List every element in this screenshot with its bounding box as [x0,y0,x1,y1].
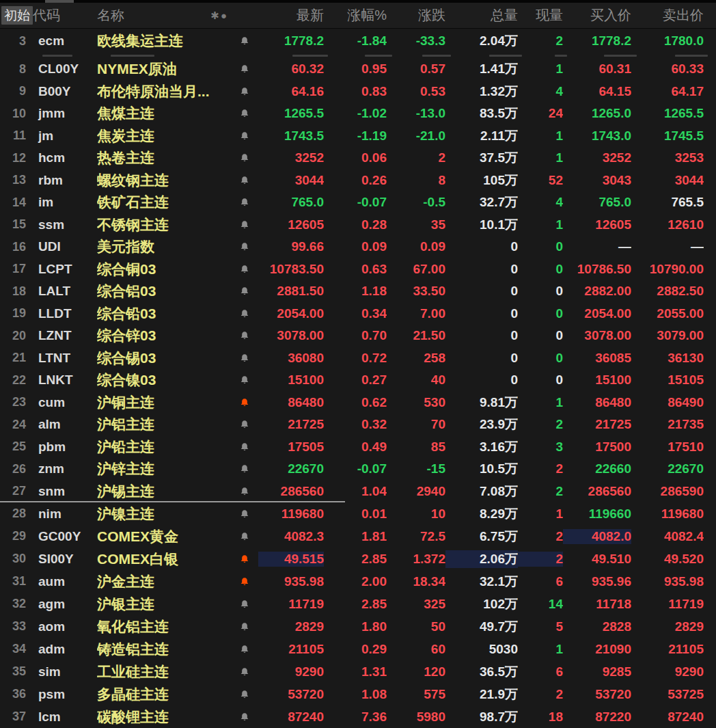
table-row[interactable]: 17LCPT综合铜0310783.500.6367.000010786.5010… [0,258,716,281]
instrument-code: cum [33,395,97,410]
row-number: 30 [0,552,33,566]
bell-icon[interactable] [231,398,258,407]
table-row[interactable]: 9B00Y布伦特原油当月...64.160.830.531.32万464.156… [0,81,716,103]
bell-icon[interactable] [231,265,258,274]
table-row[interactable]: 23cum沪铜主连864800.625309.81万18648086490 [0,392,716,414]
column-header-vol[interactable]: 总量 [445,6,518,25]
instrument-code: adm [33,642,97,657]
bell-icon[interactable] [231,487,258,496]
cell-ask: 119680 [631,507,704,522]
cell-last: 17505 [258,440,324,455]
pane-divider[interactable] [0,501,345,502]
column-header-ask[interactable]: 卖出价 [631,6,704,25]
bell-icon[interactable] [231,109,258,118]
table-row[interactable]: 32agm沪银主连117192.85325102万141171811719 [0,593,716,615]
bell-icon[interactable] [231,509,258,519]
bell-icon[interactable] [231,532,258,541]
table-row[interactable]: 8CL00YNYMEX原油60.320.950.571.41万160.3160.… [0,58,716,81]
table-row[interactable]: 30SI00YCOMEX白银49.5152.851.3722.06万249.51… [0,548,716,570]
table-row[interactable]: 31aum沪金主连935.982.0018.3432.1万6935.96935.… [0,570,716,593]
table-row[interactable]: 33aom氧化铝主连28291.805049.7万528282829 [0,615,716,638]
bell-icon[interactable] [231,375,258,385]
column-header-last[interactable]: 最新 [258,6,324,25]
initial-button[interactable]: 初始 [1,6,33,25]
bell-icon[interactable] [231,176,258,185]
column-header-initial[interactable]: 初始 [0,6,33,25]
table-row[interactable]: 25pbm沪铅主连175050.49853.16万31750017510 [0,436,716,459]
column-header-cur[interactable]: 现量 [518,6,563,25]
bell-icon[interactable] [231,712,258,722]
cell-ask: 3253 [631,150,704,165]
table-row[interactable]: 19LLDT综合铅032054.000.347.00002054.002055.… [0,303,716,325]
bell-icon[interactable] [231,131,258,141]
row-number: 3 [0,34,33,49]
bell-icon[interactable] [231,220,258,230]
cell-ask: 4082.4 [631,529,704,544]
table-row[interactable]: 11jm焦炭主连1743.5-1.19-21.02.11万11743.01745… [0,125,716,148]
table-row[interactable]: 13rbm螺纹钢主连30440.268105万5230433044 [0,170,716,192]
table-row[interactable]: 15ssm不锈钢主连126050.283510.1万11260512610 [0,214,716,237]
bell-icon[interactable] [231,242,258,252]
cell-chg: 18.34 [387,574,445,589]
bell-icon[interactable] [231,36,258,46]
bell-icon[interactable] [231,331,258,340]
bell-icon[interactable] [231,198,258,207]
bell-icon[interactable] [231,645,258,654]
instrument-code: nim [33,507,97,522]
bell-icon[interactable] [231,420,258,429]
cell-pct: 2.00 [324,574,387,589]
column-header-pct[interactable]: 涨幅% [324,6,387,25]
cell-ask: 3044 [631,173,704,188]
table-row[interactable]: 36psm多晶硅主连537201.0857521.9万25372053725 [0,683,716,705]
bell-icon[interactable] [231,64,258,74]
bell-icon[interactable] [231,464,258,474]
table-row[interactable]: 22LNKT综合镍03151000.2740001510015105 [0,369,716,392]
cell-cur: 2 [518,33,563,49]
table-row[interactable]: 37lcm碳酸锂主连872407.36598098.7万188722087240 [0,705,716,728]
instrument-code: jm [33,129,97,144]
bell-icon[interactable] [231,442,258,452]
table-row[interactable]: 35sim工业硅主连92901.3112036.5万692859290 [0,660,716,683]
instrument-code: LTNT [33,351,97,366]
bell-icon[interactable] [231,554,258,564]
table-row[interactable]: 10jmm焦煤主连1265.5-1.02-13.083.5万241265.012… [0,103,716,125]
table-row[interactable]: 21LTNT综合锡03360800.72258003608536130 [0,347,716,370]
table-row[interactable]: 12hcm热卷主连32520.06237.5万132523253 [0,147,716,170]
table-row[interactable]: 34adm铸造铝主连211050.2960503012109021105 [0,638,716,660]
bell-icon[interactable] [231,153,258,163]
table-row[interactable]: 3ecm欧线集运主连1778.2-1.84-33.32.04万21778.217… [0,29,716,53]
table-row[interactable]: 27snm沪锡主连2865601.0429407.08万228656028659… [0,481,716,503]
instrument-code: aom [33,619,97,634]
cell-ask: 1745.5 [631,129,704,144]
bell-icon[interactable] [231,577,258,587]
cell-last: 15100 [258,373,324,388]
cell-bid: 64.15 [563,84,631,99]
bell-icon[interactable] [231,667,258,677]
table-row[interactable]: 14im铁矿石主连765.0-0.07-0.532.7万4765.0765.5 [0,191,716,214]
bell-icon[interactable] [231,87,258,96]
table-row[interactable]: 20LZNT综合锌033078.000.7021.50003078.003079… [0,325,716,347]
column-header-name[interactable]: 名称 ✱● [97,6,231,25]
table-row[interactable]: 28nim沪镍主连1196800.01108.29万1119660119680 [0,502,716,525]
instrument-code: hcm [33,150,97,165]
cell-ask: 12610 [631,217,704,232]
table-row[interactable]: 29GC00YCOMEX黄金4082.31.8172.56.75万24082.0… [0,525,716,548]
bell-icon[interactable] [231,353,258,363]
column-header-chg[interactable]: 涨跌 [387,6,445,25]
cell-ask: 9290 [631,664,704,679]
header-status-icons: ✱● [210,10,228,22]
row-number: 37 [0,710,33,724]
column-header-bid[interactable]: 买入价 [563,6,631,25]
bell-icon[interactable] [231,622,258,632]
table-row[interactable]: 16UDI美元指数99.660.090.0900—— [0,236,716,258]
bell-icon[interactable] [231,599,258,609]
column-header-code[interactable]: 代码 [33,6,97,25]
table-row[interactable]: 24alm沪铝主连217250.327023.9万22172521735 [0,414,716,436]
table-row[interactable]: 26znm沪锌主连22670-0.07-1510.5万22266022670 [0,458,716,481]
bell-icon[interactable] [231,286,258,296]
bell-icon[interactable] [231,309,258,319]
cell-chg: -0.5 [387,195,445,210]
cell-cur: 1 [518,217,563,232]
table-row[interactable]: 18LALT综合铝032881.501.1833.50002882.002882… [0,280,716,303]
bell-icon[interactable] [231,690,258,699]
